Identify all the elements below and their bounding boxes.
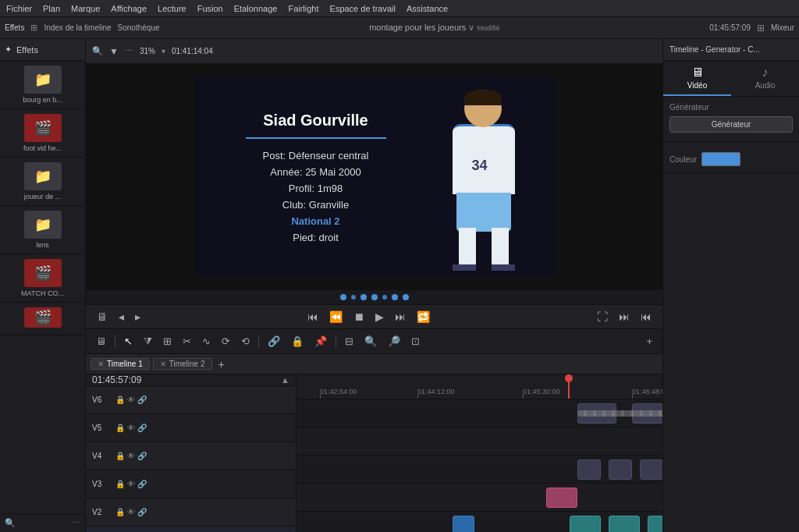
menu-etalonnage[interactable]: Etalonnage <box>234 4 278 13</box>
rp-generator-button[interactable]: Générateur <box>669 116 793 133</box>
link-icon-v3[interactable]: 🔗 <box>137 480 147 488</box>
nav-next-icon[interactable]: ▸ <box>132 309 144 325</box>
speed-tool[interactable]: ⟲ <box>237 334 254 349</box>
lock-icon-v4[interactable]: 🔒 <box>115 452 125 460</box>
link-tool[interactable]: 🔗 <box>264 334 284 349</box>
menu-fusion[interactable]: Fusion <box>197 4 223 13</box>
menu-plan[interactable]: Plan <box>43 4 60 13</box>
menu-lecture[interactable]: Lecture <box>158 4 186 13</box>
rp-tab-audio[interactable]: ♪ Audio <box>731 61 799 96</box>
sidebar-label-bourg: bourg en b... <box>23 96 62 104</box>
link-icon-v4[interactable]: 🔗 <box>137 452 147 460</box>
loop-btn[interactable]: 🔁 <box>414 309 433 325</box>
sidebar-label-lens: lens <box>36 241 49 249</box>
cursor-tool[interactable]: ↖ <box>120 334 137 349</box>
index-tab[interactable]: Index de la timeline <box>44 23 111 32</box>
menu-affichage[interactable]: Affichage <box>111 4 147 13</box>
zoom-dropdown[interactable]: ▾ <box>162 47 165 55</box>
eye-icon-v6[interactable]: 👁 <box>127 395 135 404</box>
sidebar-item-extra[interactable]: 🎬 <box>0 303 85 335</box>
skip-end-btn[interactable]: ⏭ <box>616 309 633 325</box>
retime-tool[interactable]: ⟳ <box>218 334 234 349</box>
clip-v4-2[interactable] <box>609 459 632 480</box>
trim-tool[interactable]: ⧩ <box>140 334 156 349</box>
tab2-close[interactable]: ✕ <box>160 360 166 368</box>
nav-prev-icon[interactable]: ◂ <box>115 309 127 325</box>
zoom-in-tool[interactable]: 🔍 <box>360 334 381 349</box>
clip-v2-teal2[interactable] <box>609 516 640 532</box>
sidebar-item-foot[interactable]: 🎬 foot vid he... <box>0 109 85 158</box>
snap-tool[interactable]: ⊟ <box>341 334 357 349</box>
zoom-out-icon[interactable]: 🔍 <box>92 46 103 56</box>
sound-tab[interactable]: Sonothèque <box>118 23 160 32</box>
link-icon-v2[interactable]: 🔗 <box>137 508 147 516</box>
lock-icon-v5[interactable]: 🔒 <box>115 424 125 432</box>
eye-icon-v5[interactable]: 👁 <box>127 424 135 432</box>
goto-start-btn[interactable]: ⏮ <box>304 309 321 325</box>
mixer-label[interactable]: Mixeur <box>771 23 794 32</box>
playhead <box>568 374 570 399</box>
clip-v2-blue1[interactable] <box>453 516 474 532</box>
timecode-edit[interactable]: 01:41:14:04 <box>172 47 213 55</box>
collapse-icon[interactable]: ▲ <box>281 375 289 385</box>
lock-icon-v6[interactable]: 🔒 <box>115 395 125 404</box>
add-timeline-tab[interactable]: + <box>215 358 228 371</box>
clip-v2-teal1[interactable] <box>570 516 601 532</box>
menu-espace[interactable]: Espace de travail <box>330 4 396 13</box>
sidebar-item-match[interactable]: 🎬 MATCH CO... <box>0 254 85 303</box>
sidebar-item-bourg[interactable]: 📁 bourg en b... <box>0 61 85 109</box>
dot-4 <box>371 294 378 300</box>
player-name: Siad Gourville <box>263 112 368 129</box>
timeline-tab-1[interactable]: ✕ Timeline 1 <box>91 358 150 370</box>
skip-start-btn[interactable]: ⏮ <box>637 309 655 325</box>
link-icon-v5[interactable]: 🔗 <box>137 424 147 432</box>
sidebar-options-icon[interactable]: ⋯ <box>72 518 80 528</box>
tab1-close[interactable]: ✕ <box>98 360 104 368</box>
monitor-icon[interactable]: 🖥 <box>94 309 111 325</box>
add-tool[interactable]: + <box>642 334 656 349</box>
fit-tool[interactable]: ⊡ <box>407 334 424 349</box>
zoom-out-tool[interactable]: 🔎 <box>384 334 404 349</box>
sidebar-item-joueur[interactable]: 📁 joueur de ... <box>0 158 85 206</box>
effects-tab[interactable]: Effets <box>5 23 24 32</box>
clip-v4-1[interactable] <box>577 459 601 480</box>
marker-tool[interactable]: 📌 <box>311 334 331 349</box>
effects-label: Effets <box>16 45 38 55</box>
dynamic-trim[interactable]: ⊞ <box>159 334 176 349</box>
play-btn[interactable]: ▶ <box>372 309 387 325</box>
lock-icon-v3[interactable]: 🔒 <box>115 480 125 488</box>
clip-v3-pink[interactable] <box>546 488 577 508</box>
link-icon-v6[interactable]: 🔗 <box>137 395 147 404</box>
eye-icon-v3[interactable]: 👁 <box>127 480 135 488</box>
track-label-v1: V1 🔒 👁 🔗 <box>86 527 296 532</box>
playback-controls: 🖥 ◂ ▸ ⏮ ⏪ ⏹ ▶ ⏭ 🔁 ⛶ ⏭ ⏮ <box>86 304 662 329</box>
rp-tab-video[interactable]: 🖥 Vidéo <box>663 61 731 96</box>
goto-end-btn[interactable]: ⏭ <box>392 309 409 325</box>
menu-marque[interactable]: Marque <box>71 4 100 13</box>
eye-icon-v4[interactable]: 👁 <box>127 452 135 460</box>
sidebar-item-lens[interactable]: 📁 lens <box>0 206 85 254</box>
menu-assistance[interactable]: Assistance <box>407 4 448 13</box>
menu-fichier[interactable]: Fichier <box>6 4 32 13</box>
fullscreen-btn[interactable]: ⛶ <box>594 309 611 325</box>
lock-icon-v2[interactable]: 🔒 <box>115 508 125 516</box>
smooth-tool[interactable]: ∿ <box>198 334 215 349</box>
timeline-tab-2[interactable]: ✕ Timeline 2 <box>153 358 212 370</box>
zoom-down-icon[interactable]: ▼ <box>109 46 119 57</box>
video-canvas: Siad Gourville Post: Défenseur central A… <box>195 76 554 278</box>
blade-tool[interactable]: ✂ <box>179 334 195 349</box>
eye-icon-v2[interactable]: 👁 <box>127 508 135 516</box>
clip-v4-3[interactable] <box>640 459 662 480</box>
rp-color-swatch[interactable] <box>701 152 740 166</box>
player-stat-pied: Pied: droit <box>293 232 339 243</box>
flag-tool[interactable]: 🔒 <box>287 334 307 349</box>
menu-fairlight[interactable]: Fairlight <box>288 4 318 13</box>
track-content-v3 <box>297 484 662 512</box>
track-name-v5: V5 <box>92 424 111 432</box>
stop-btn[interactable]: ⏹ <box>350 309 368 325</box>
monitor-small-icon[interactable]: 🖥 <box>92 334 110 349</box>
clip-v2-teal3[interactable] <box>648 516 662 532</box>
options-icon[interactable]: ⋯ <box>125 46 133 56</box>
step-back-btn[interactable]: ⏪ <box>326 309 346 325</box>
timeline-body: 01:45:57:09 ▲ Color Bar HLG... Color Bar… <box>86 374 662 532</box>
